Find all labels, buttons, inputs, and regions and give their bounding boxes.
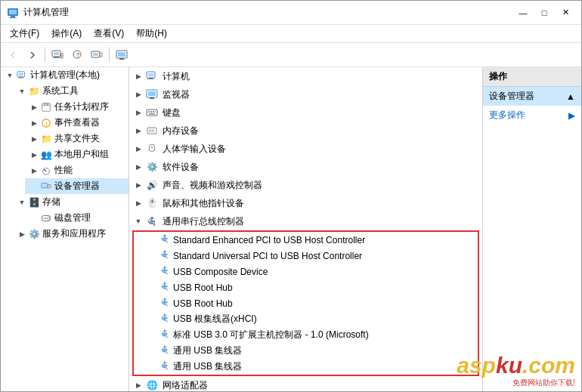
usb-item-4[interactable]: USB Root Hub xyxy=(134,295,478,311)
action-more[interactable]: 更多操作 ▶ xyxy=(483,106,581,125)
svg-text:!: ! xyxy=(45,120,48,127)
usb-item-8[interactable]: 通用 USB 集线器 xyxy=(134,359,478,375)
mid-audio[interactable]: ▶ 🔊 声音、视频和游戏控制器 xyxy=(129,176,482,194)
mid-hid[interactable]: ▶ 人体学输入设备 xyxy=(129,140,482,158)
svg-point-66 xyxy=(166,273,168,275)
tree-local-users[interactable]: ▶ 👥 本地用户和组 xyxy=(25,147,128,162)
svg-rect-32 xyxy=(48,186,51,187)
usb-item-label-1: Standard Universal PCI to USB Host Contr… xyxy=(173,251,362,261)
svg-rect-13 xyxy=(93,53,98,56)
menu-help[interactable]: 帮助(H) xyxy=(130,26,173,42)
tree-shared-folders[interactable]: ▶ 📁 共享文件夹 xyxy=(25,131,128,147)
svg-point-84 xyxy=(166,369,168,370)
tree-root[interactable]: ▼ 计算机管理(本地) xyxy=(1,67,128,83)
usb-item-7[interactable]: 通用 USB 集线器 xyxy=(134,343,478,359)
minimize-button[interactable]: — xyxy=(513,5,533,20)
svg-rect-2 xyxy=(11,16,15,17)
usb-item-5[interactable]: USB 根集线器(xHCI) xyxy=(134,311,478,327)
mid-mouse-icon: 🖱️ xyxy=(144,196,159,211)
maximize-button[interactable]: □ xyxy=(534,5,554,20)
svg-rect-43 xyxy=(147,110,157,116)
mid-hid-expand: ▶ xyxy=(132,143,144,155)
mid-computer[interactable]: ▶ 计算机 xyxy=(129,67,482,85)
svg-rect-50 xyxy=(149,129,150,132)
usb-device-icon-4 xyxy=(159,297,170,310)
mid-network-label: 网络适配器 xyxy=(163,379,208,392)
svg-rect-77 xyxy=(166,333,168,335)
tree-root-label: 计算机管理(本地) xyxy=(30,69,100,82)
svg-rect-16 xyxy=(118,52,125,57)
main-content: ▼ 计算机管理(本地) ▼ 📁 系统工具 ▶ xyxy=(1,67,581,391)
svg-rect-48 xyxy=(149,113,155,115)
event-icon: ! xyxy=(40,117,52,129)
usb-item-6[interactable]: 标准 USB 3.0 可扩展主机控制器 - 1.0 (Microsoft) xyxy=(134,327,478,343)
svg-rect-3 xyxy=(9,17,17,18)
mid-software-icon: ⚙️ xyxy=(144,159,159,174)
menu-bar: 文件(F) 操作(A) 查看(V) 帮助(H) xyxy=(1,25,581,43)
action-device-manager[interactable]: 设备管理器 ▲ xyxy=(483,87,581,106)
mid-audio-icon: 🔊 xyxy=(144,177,159,193)
mid-keyboard[interactable]: ▶ 键盘 xyxy=(129,103,482,122)
mid-network[interactable]: ▶ 🌐 网络适配器 xyxy=(129,376,482,391)
toolbar: ? xyxy=(1,43,581,67)
menu-view[interactable]: 查看(V) xyxy=(88,26,130,42)
svg-rect-35 xyxy=(44,218,47,219)
mid-usb-expand: ▼ xyxy=(132,215,144,227)
users-icon: 👥 xyxy=(40,149,52,161)
toolbar-btn-4[interactable] xyxy=(113,46,131,64)
svg-rect-38 xyxy=(149,78,153,79)
usb-device-icon-3 xyxy=(159,281,170,294)
svg-rect-41 xyxy=(148,91,156,96)
mid-keyboard-label: 键盘 xyxy=(163,106,181,119)
app-icon xyxy=(7,7,19,19)
tree-device-manager[interactable]: 设备管理器 xyxy=(25,178,128,194)
toolbar-btn-2[interactable]: ? xyxy=(68,46,86,64)
tree-system-tools[interactable]: ▼ 📁 系统工具 xyxy=(13,83,128,99)
svg-rect-52 xyxy=(152,129,153,132)
svg-point-54 xyxy=(151,147,153,148)
menu-action[interactable]: 操作(A) xyxy=(45,26,88,42)
perf-expand: ▶ xyxy=(28,165,40,177)
usb-item-label-2: USB Composite Device xyxy=(173,267,268,277)
usb-item-label-7: 通用 USB 集线器 xyxy=(173,344,242,357)
svg-rect-44 xyxy=(148,111,150,113)
tree-services[interactable]: ▶ ⚙️ 服务和应用程序 xyxy=(13,226,128,242)
mid-mouse[interactable]: ▶ 🖱️ 鼠标和其他指针设备 xyxy=(129,194,482,212)
svg-rect-68 xyxy=(166,286,168,287)
tree-storage[interactable]: ▼ 🗄️ 存储 xyxy=(13,194,128,210)
tree-event-viewer[interactable]: ▶ ! 事件查看器 xyxy=(25,115,128,131)
close-button[interactable]: ✕ xyxy=(556,5,575,20)
mid-monitor[interactable]: ▶ 监视器 xyxy=(129,85,482,103)
usb-item-label-3: USB Root Hub xyxy=(173,282,233,293)
svg-rect-25 xyxy=(47,102,48,105)
event-expand: ▶ xyxy=(28,117,40,129)
tree-disk-mgmt[interactable]: 磁盘管理 xyxy=(25,210,128,226)
mid-software[interactable]: ▶ ⚙️ 软件设备 xyxy=(129,158,482,176)
svg-rect-80 xyxy=(166,349,168,350)
tree-task-scheduler[interactable]: ▶ 任务计划程序 xyxy=(25,99,128,115)
usb-item-3[interactable]: USB Root Hub xyxy=(134,279,478,295)
usb-item-1[interactable]: Standard Universal PCI to USB Host Contr… xyxy=(134,248,478,264)
services-expand: ▶ xyxy=(16,228,28,240)
svg-point-57 xyxy=(153,224,155,226)
svg-rect-74 xyxy=(166,317,168,319)
toolbar-btn-3[interactable] xyxy=(88,46,106,64)
back-button[interactable] xyxy=(4,46,22,64)
mid-memory[interactable]: ▶ 内存设备 xyxy=(129,122,482,140)
mid-usb-header[interactable]: ▼ 通用串行总线控制器 xyxy=(129,212,482,230)
main-window: 计算机管理 — □ ✕ 文件(F) 操作(A) 查看(V) 帮助(H) xyxy=(0,0,582,392)
mid-hid-icon xyxy=(144,141,159,156)
forward-button[interactable] xyxy=(23,46,42,64)
usb-item-0[interactable]: Standard Enhanced PCI to USB Host Contro… xyxy=(134,232,478,248)
toolbar-separator-1 xyxy=(45,48,45,63)
menu-file[interactable]: 文件(F) xyxy=(4,26,45,42)
mid-usb-label: 通用串行总线控制器 xyxy=(163,215,244,228)
mid-monitor-expand: ▶ xyxy=(132,88,144,100)
disk-label: 磁盘管理 xyxy=(54,211,91,224)
toolbar-btn-1[interactable] xyxy=(48,46,67,64)
tree-performance[interactable]: ▶ 性能 xyxy=(25,162,128,178)
svg-rect-24 xyxy=(44,102,45,105)
svg-rect-17 xyxy=(119,58,124,60)
usb-item-2[interactable]: USB Composite Device xyxy=(134,264,478,279)
svg-rect-30 xyxy=(43,184,46,187)
